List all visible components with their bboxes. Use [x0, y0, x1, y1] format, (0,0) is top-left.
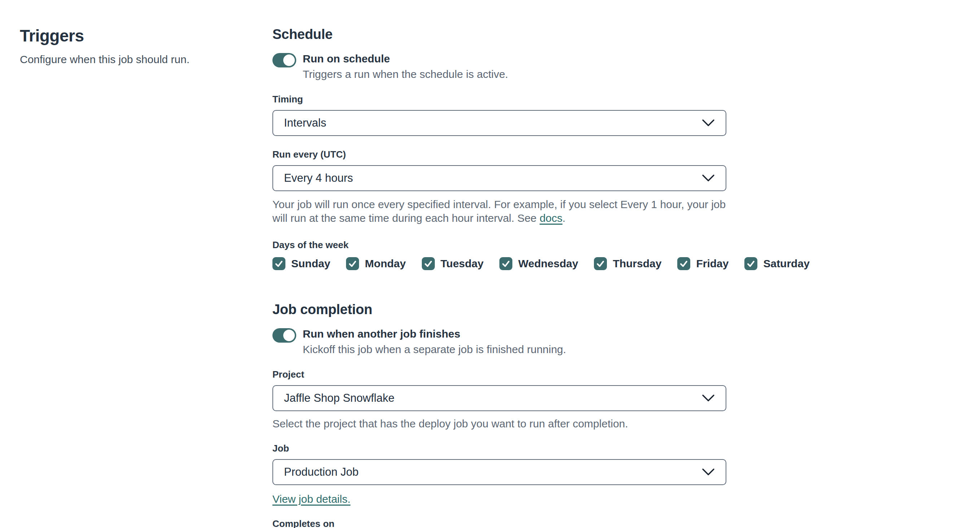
- docs-link[interactable]: docs: [539, 212, 562, 224]
- days-of-week-row: Sunday Monday Tuesday: [272, 257, 726, 270]
- checkbox-checked-icon[interactable]: [745, 257, 757, 270]
- toggle-knob: [283, 330, 295, 341]
- day-checkbox-wednesday[interactable]: Wednesday: [500, 257, 578, 270]
- run-when-finishes-label: Run when another job finishes: [303, 327, 566, 341]
- day-checkbox-thursday[interactable]: Thursday: [594, 257, 662, 270]
- page-subtitle: Configure when this job should run.: [20, 53, 243, 66]
- chevron-down-icon: [702, 119, 715, 127]
- checkbox-checked-icon[interactable]: [346, 257, 359, 270]
- job-label: Job: [272, 443, 726, 454]
- timing-select[interactable]: Intervals: [272, 110, 726, 136]
- checkbox-checked-icon[interactable]: [500, 257, 512, 270]
- run-every-select[interactable]: Every 4 hours: [272, 165, 726, 191]
- completes-on-label: Completes on: [272, 518, 726, 528]
- run-when-finishes-toggle[interactable]: [272, 328, 296, 342]
- timing-label: Timing: [272, 94, 726, 105]
- run-when-finishes-row: Run when another job finishes Kickoff th…: [272, 327, 726, 356]
- run-when-finishes-description: Kickoff this job when a separate job is …: [303, 343, 566, 356]
- run-on-schedule-description: Triggers a run when the schedule is acti…: [303, 68, 508, 81]
- chevron-down-icon: [702, 174, 715, 182]
- day-label: Thursday: [612, 257, 662, 270]
- day-label: Monday: [365, 257, 406, 270]
- triggers-settings-page: Triggers Configure when this job should …: [0, 0, 980, 528]
- schedule-section-heading: Schedule: [272, 27, 726, 42]
- run-every-help-text: Your job will run once every specified i…: [272, 198, 726, 225]
- run-on-schedule-toggle[interactable]: [272, 53, 296, 67]
- help-text-after: .: [563, 212, 565, 224]
- run-every-field: Run every (UTC) Every 4 hours Your job w…: [272, 149, 726, 225]
- day-label: Friday: [696, 257, 729, 270]
- day-checkbox-sunday[interactable]: Sunday: [272, 257, 330, 270]
- project-help-text: Select the project that has the deploy j…: [272, 418, 726, 430]
- day-label: Tuesday: [441, 257, 484, 270]
- run-on-schedule-label: Run on schedule: [303, 52, 508, 65]
- job-completion-section-heading: Job completion: [272, 302, 726, 317]
- toggle-knob: [283, 54, 295, 66]
- chevron-down-icon: [702, 468, 715, 476]
- timing-field: Timing Intervals: [272, 94, 726, 136]
- days-of-week-label: Days of the week: [272, 239, 726, 251]
- run-when-finishes-text: Run when another job finishes Kickoff th…: [303, 327, 566, 356]
- checkbox-checked-icon[interactable]: [272, 257, 285, 270]
- project-field: Project Jaffle Shop Snowflake Select the…: [272, 369, 726, 430]
- completes-on-field: Completes on Success ✕ ✕: [272, 518, 726, 528]
- project-selected-value: Jaffle Shop Snowflake: [284, 392, 395, 405]
- run-on-schedule-text: Run on schedule Triggers a run when the …: [303, 52, 508, 81]
- help-text-before: Your job will run once every specified i…: [272, 198, 725, 224]
- day-checkbox-saturday[interactable]: Saturday: [745, 257, 809, 270]
- run-every-label: Run every (UTC): [272, 149, 726, 160]
- triggers-description-panel: Triggers Configure when this job should …: [20, 26, 243, 66]
- checkbox-checked-icon[interactable]: [422, 257, 435, 270]
- day-checkbox-friday[interactable]: Friday: [677, 257, 729, 270]
- run-every-selected-value: Every 4 hours: [284, 172, 353, 185]
- triggers-form-panel: Schedule Run on schedule Triggers a run …: [272, 27, 726, 528]
- day-label: Saturday: [763, 257, 809, 270]
- day-label: Sunday: [291, 257, 330, 270]
- job-selected-value: Production Job: [284, 466, 359, 479]
- view-job-details-link[interactable]: View job details.: [272, 493, 350, 505]
- job-field: Job Production Job View job details.: [272, 443, 726, 505]
- run-on-schedule-row: Run on schedule Triggers a run when the …: [272, 52, 726, 81]
- timing-selected-value: Intervals: [284, 116, 326, 130]
- job-select[interactable]: Production Job: [272, 459, 726, 485]
- days-of-week-field: Days of the week Sunday Monday: [272, 239, 726, 270]
- chevron-down-icon: [702, 394, 715, 402]
- checkbox-checked-icon[interactable]: [677, 257, 690, 270]
- day-checkbox-monday[interactable]: Monday: [346, 257, 406, 270]
- day-label: Wednesday: [518, 257, 578, 270]
- project-select[interactable]: Jaffle Shop Snowflake: [272, 385, 726, 411]
- page-title: Triggers: [20, 26, 243, 46]
- project-label: Project: [272, 369, 726, 380]
- checkbox-checked-icon[interactable]: [594, 257, 607, 270]
- day-checkbox-tuesday[interactable]: Tuesday: [422, 257, 484, 270]
